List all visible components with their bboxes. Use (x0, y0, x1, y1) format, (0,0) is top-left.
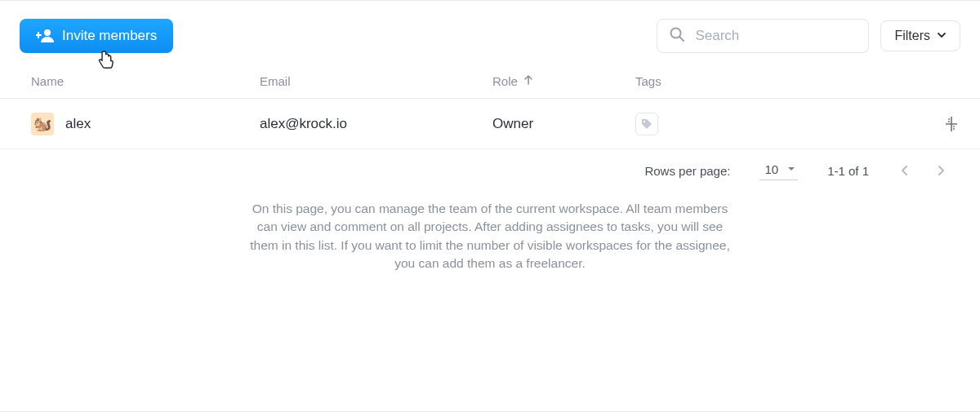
add-tag-button[interactable] (635, 113, 658, 135)
col-email[interactable]: Email (260, 74, 492, 88)
col-name[interactable]: Name (31, 74, 260, 88)
search-input[interactable] (693, 27, 857, 45)
help-text: On this page, you can manage the team of… (245, 200, 735, 273)
col-role[interactable]: Role (492, 74, 635, 88)
member-email: alex@krock.io (260, 116, 492, 132)
avatar: 🐿️ (31, 113, 54, 135)
col-tags-label: Tags (635, 74, 662, 88)
invite-members-label: Invite members (62, 28, 157, 44)
pagination: Rows per page: 10 1-1 of 1 (0, 149, 980, 185)
col-email-label: Email (260, 74, 291, 88)
svg-point-0 (44, 29, 51, 36)
svg-point-2 (644, 120, 645, 122)
sort-asc-icon (523, 74, 534, 88)
search-field[interactable] (657, 19, 869, 53)
toolbar: Invite members Filters (0, 1, 980, 64)
row-settings-button[interactable] (903, 115, 960, 133)
filters-button[interactable]: Filters (880, 20, 960, 51)
rows-per-page-select[interactable]: 10 (760, 161, 798, 180)
tags-cell (635, 113, 903, 135)
next-page-button[interactable] (934, 164, 947, 177)
rows-per-page-label: Rows per page: (644, 164, 730, 178)
col-tags[interactable]: Tags (635, 74, 903, 88)
search-icon (669, 26, 685, 46)
col-role-label: Role (492, 74, 518, 88)
rows-per-page-value: 10 (764, 162, 778, 176)
table-header: Name Email Role Tags (0, 64, 980, 99)
members-table: Name Email Role Tags 🐿️ alex alex@krock.… (0, 64, 980, 149)
table-row[interactable]: 🐿️ alex alex@krock.io Owner (0, 99, 980, 149)
member-name: alex (65, 116, 91, 132)
page-range: 1-1 of 1 (827, 164, 869, 178)
prev-page-button[interactable] (898, 164, 911, 177)
chevron-down-icon (937, 29, 947, 43)
dropdown-icon (786, 162, 796, 176)
name-cell: 🐿️ alex (31, 113, 260, 135)
invite-members-button[interactable]: Invite members (20, 19, 173, 53)
filters-label: Filters (894, 29, 930, 43)
col-name-label: Name (31, 74, 64, 88)
member-role: Owner (492, 116, 635, 132)
svg-point-1 (671, 29, 681, 38)
add-user-icon (36, 29, 54, 43)
